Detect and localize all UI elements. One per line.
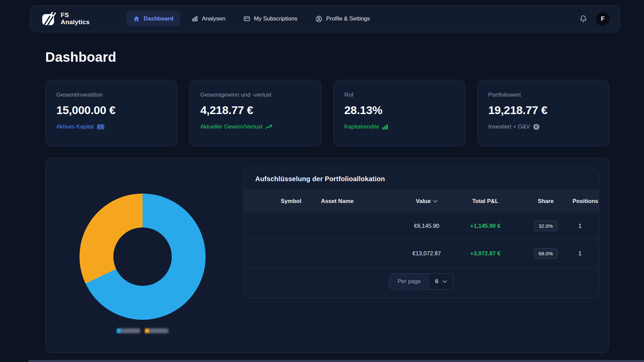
trending-up-icon <box>265 124 272 130</box>
notifications-bell-icon[interactable] <box>579 15 587 23</box>
allocation-table-panel: Aufschlüsselung der Portfolioallokation … <box>244 168 599 298</box>
chevron-down-icon <box>442 280 447 283</box>
per-page-select[interactable]: Per page 6 <box>389 273 453 290</box>
nav-item-analysen[interactable]: Analysen <box>185 11 232 27</box>
legend-label-redacted <box>121 328 140 333</box>
stat-subtitle: Kapitalrendite <box>344 123 454 130</box>
bottom-edge-strip <box>29 360 644 362</box>
page-title: Dashboard <box>45 50 609 64</box>
stat-card-roi: RoI 28.13% Kapitalrendite <box>333 80 465 146</box>
euro-coin-icon: € <box>533 123 540 130</box>
panel-title: Aufschlüsselung der Portfolioallokation <box>255 175 385 183</box>
donut-ring[interactable] <box>79 194 206 320</box>
nav-item-my-subscriptions[interactable]: My Subscriptions <box>237 11 304 27</box>
svg-text:€: € <box>535 124 538 129</box>
panel-title-row: Aufschlüsselung der Portfolioallokation <box>244 168 599 190</box>
stat-label: Gesamtinvestition <box>56 92 166 98</box>
stat-value: 4,218.77 € <box>200 104 310 117</box>
bar-chart-icon <box>192 15 198 22</box>
banknote-icon <box>97 124 104 130</box>
per-page-label: Per page <box>389 274 429 289</box>
cell-positions: 1 <box>573 250 587 257</box>
stat-card-gesamtinvestition: Gesamtinvestition 15,000.00 € Aktives Ka… <box>45 80 177 146</box>
pagination-row: Per page 6 <box>244 267 599 296</box>
stat-label: RoI <box>344 92 454 98</box>
dashboard-page: FS Analytics Dashboard <box>0 0 644 362</box>
nav-item-profile-settings[interactable]: Profile & Settings <box>309 11 376 27</box>
stat-subtitle: Aktueller Gewinn/Verlust <box>200 123 310 130</box>
bar-chart-icon <box>382 124 388 130</box>
nav-label: Dashboard <box>144 15 173 22</box>
stat-cards-row: Gesamtinvestition 15,000.00 € Aktives Ka… <box>45 80 609 146</box>
table-header-row: Symbol Asset Name Value Total P&L Share … <box>244 190 599 212</box>
cell-value: €13,072.87 <box>401 250 452 257</box>
credit-card-icon <box>244 15 250 22</box>
table-row[interactable]: €6,145.90 +1,145.90 € 32.0% 1 <box>244 212 599 240</box>
col-total-pnl[interactable]: Total P&L <box>452 198 519 205</box>
navbar-right: F <box>579 12 609 25</box>
stat-label: Portfoliowert <box>488 92 598 98</box>
brand[interactable]: FS Analytics <box>41 11 90 27</box>
main-nav: Dashboard Analysen <box>126 11 377 27</box>
nav-item-dashboard[interactable]: Dashboard <box>126 11 180 27</box>
user-circle-icon <box>315 15 322 22</box>
col-share[interactable]: Share <box>519 198 573 205</box>
stat-label: Gesamtgewinn und -verlust <box>200 92 310 98</box>
donut-hole <box>113 227 172 286</box>
brand-name: FS Analytics <box>61 12 90 25</box>
stat-value: 19,218.77 € <box>488 104 598 117</box>
stat-card-portfoliowert: Portfoliowert 19,218.77 € Investiert + G… <box>477 80 609 146</box>
nav-label: Profile & Settings <box>326 15 370 22</box>
legend-item-blue[interactable] <box>117 328 140 333</box>
col-symbol[interactable]: Symbol <box>281 198 321 205</box>
share-badge: 68.0% <box>534 248 558 259</box>
allocation-donut-chart <box>79 194 206 338</box>
donut-legend <box>79 328 206 333</box>
table-row[interactable]: €13,072.87 +3,072.87 € 68.0% 1 <box>244 240 599 267</box>
nav-label: Analysen <box>202 15 225 22</box>
sort-chevron-down-icon <box>433 200 437 203</box>
cell-total-pnl: +1,145.90 € <box>452 223 519 229</box>
cell-positions: 1 <box>573 223 587 229</box>
col-value[interactable]: Value <box>401 198 452 205</box>
user-avatar[interactable]: F <box>596 12 609 25</box>
col-positions[interactable]: Positions <box>573 198 598 205</box>
cell-share: 68.0% <box>519 248 573 259</box>
cell-share: 32.0% <box>519 221 573 231</box>
stat-subtitle: Aktives Kapital <box>56 123 166 130</box>
nav-label: My Subscriptions <box>254 15 297 22</box>
fs-analytics-logo-icon <box>41 11 57 27</box>
stat-value: 28.13% <box>344 104 454 117</box>
cell-total-pnl: +3,072.87 € <box>452 250 519 257</box>
stat-value: 15,000.00 € <box>56 104 166 117</box>
legend-item-orange[interactable] <box>145 328 168 333</box>
share-badge: 32.0% <box>534 221 558 231</box>
home-icon <box>133 15 140 22</box>
top-navbar: FS Analytics Dashboard <box>30 5 620 32</box>
stat-subtitle: Investiert + G&V € <box>488 123 598 130</box>
portfolio-allocation-card: Aufschlüsselung der Portfolioallokation … <box>45 158 609 353</box>
stat-card-gesamtgewinn: Gesamtgewinn und -verlust 4,218.77 € Akt… <box>189 80 321 146</box>
cell-value: €6,145.90 <box>401 223 452 229</box>
per-page-value[interactable]: 6 <box>429 274 453 289</box>
col-asset-name[interactable]: Asset Name <box>321 198 401 205</box>
avatar-initial: F <box>601 15 605 22</box>
legend-label-redacted <box>149 328 168 333</box>
main-content: Dashboard Gesamtinvestition 15,000.00 € … <box>45 50 609 353</box>
